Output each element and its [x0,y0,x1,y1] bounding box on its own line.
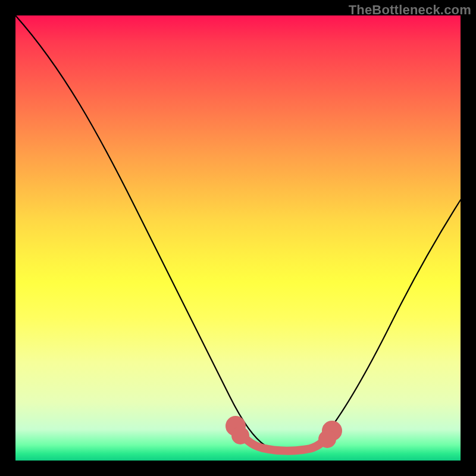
curve-layer [15,15,461,461]
svg-point-2 [236,431,245,440]
svg-point-3 [322,434,332,444]
plot-area [15,15,461,461]
chart-frame: TheBottleneck.com [0,0,476,476]
bottleneck-curve [15,15,461,450]
